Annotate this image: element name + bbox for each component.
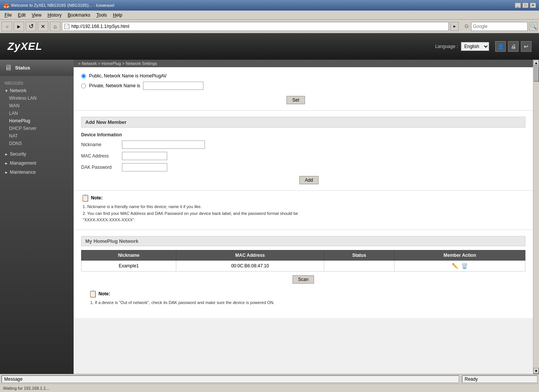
edit-icon[interactable]: ✏️ <box>452 263 458 269</box>
dak-row: DAK Password <box>81 163 525 171</box>
network-name-section: Public, Network Name is HomePlugAV Priva… <box>74 67 533 111</box>
content-area: 🖥 Status NBG318S ▼ Network Wireless LAN … <box>0 60 539 374</box>
private-network-radio[interactable] <box>81 83 86 88</box>
sidebar-item-management[interactable]: ► Management <box>0 159 74 167</box>
menu-tools[interactable]: Tools <box>93 12 110 19</box>
nickname-row: Nickname <box>81 140 525 149</box>
menu-history[interactable]: History <box>45 12 65 19</box>
search-engine-icon: G· <box>465 24 470 29</box>
print-icon[interactable]: 🖨 <box>508 41 519 52</box>
sidebar-item-dhcp-server[interactable]: DHCP Server <box>0 125 74 132</box>
browser-status-bar: Waiting for 192.168.1.1... <box>0 384 539 392</box>
logout-icon[interactable]: ↩ <box>521 41 531 52</box>
private-network-row: Private, Network Name is <box>81 82 525 90</box>
scroll-up-button[interactable]: ▲ <box>533 60 539 66</box>
menu-edit[interactable]: Edit <box>15 12 29 19</box>
cell-actions: ✏️ 🗑️ <box>394 260 525 271</box>
sidebar-item-ddns[interactable]: DDNS <box>0 140 74 147</box>
nickname-input[interactable] <box>122 140 205 149</box>
table-row: Example1 00:0C:B6:08:47:10 ✏️ 🗑️ <box>82 260 525 271</box>
maximize-button[interactable]: □ <box>522 3 528 8</box>
sidebar-item-nat[interactable]: NAT <box>0 132 74 140</box>
private-network-input[interactable] <box>143 82 203 90</box>
sidebar-item-lan[interactable]: LAN <box>0 110 74 117</box>
bottom-note-title: Note: <box>99 291 110 296</box>
note-line3: "XXXX-XXXX-XXXX-XXXX". <box>83 217 525 224</box>
public-network-row: Public, Network Name is HomePlugAV <box>81 73 525 79</box>
content-scroll[interactable]: Public, Network Name is HomePlugAV Priva… <box>74 67 533 374</box>
language-select[interactable]: English Chinese French German <box>461 42 489 51</box>
language-label: Language : <box>435 44 458 49</box>
action-icons: ✏️ 🗑️ <box>398 263 521 269</box>
breadcrumb: » Network > HomePlug > Network Settings <box>74 60 533 67</box>
search-button[interactable]: 🔍 <box>529 22 537 31</box>
sidebar-item-security[interactable]: ► Security <box>0 150 74 158</box>
sidebar-item-maintenance[interactable]: ► Maintenance <box>0 168 74 176</box>
sidebar-item-homeplug[interactable]: HomePlug <box>0 117 74 125</box>
bottom-note-line1: 1. If a device is "Out of network", chec… <box>90 299 518 306</box>
maintenance-label: Maintenance <box>10 170 36 175</box>
menu-view[interactable]: View <box>29 12 45 19</box>
status-label: Status <box>15 65 30 71</box>
mac-row: MAC Address <box>81 152 525 160</box>
set-button[interactable]: Set <box>286 96 305 104</box>
url-input[interactable] <box>71 24 447 29</box>
public-network-radio[interactable] <box>81 74 86 79</box>
my-network-section: My HomePlug Network Nickname MAC Address… <box>74 230 533 318</box>
dak-label: DAK Password <box>81 165 119 170</box>
security-arrow-icon: ► <box>5 152 8 156</box>
title-bar: 🦊 Welcome to ZyXEL NBG318S (NBG318S)... … <box>0 0 539 11</box>
sidebar-item-status[interactable]: 🖥 Status <box>0 60 74 76</box>
main-area: » Network > HomePlug > Network Settings … <box>74 60 539 374</box>
support-icon[interactable]: 👤 <box>495 41 506 52</box>
note-line1: 1. Nickname is a friendly name for this … <box>83 204 525 210</box>
dak-input[interactable] <box>122 163 167 171</box>
app-container: ZyXEL Language : English Chinese French … <box>0 33 539 384</box>
cell-nickname: Example1 <box>82 260 176 271</box>
minimize-button[interactable]: _ <box>515 3 521 8</box>
header-icons: 👤 🖨 ↩ <box>495 41 531 52</box>
cell-mac: 00:0C:B6:08:47:10 <box>176 260 324 271</box>
cell-status <box>324 260 394 271</box>
forward-button[interactable]: ► <box>14 22 24 31</box>
sidebar-item-wireless-lan[interactable]: Wireless LAN <box>0 94 74 102</box>
bottom-note-icon: 📋 <box>89 290 97 298</box>
close-button[interactable]: ✕ <box>530 3 536 8</box>
delete-icon[interactable]: 🗑️ <box>461 263 468 269</box>
browser-window: 🦊 Welcome to ZyXEL NBG318S (NBG318S)... … <box>0 0 539 392</box>
management-label: Management <box>10 161 36 166</box>
security-label: Security <box>10 151 26 157</box>
sidebar-item-network[interactable]: ▼ Network <box>0 87 74 94</box>
main-content: » Network > HomePlug > Network Settings … <box>74 60 533 374</box>
menu-file[interactable]: File <box>2 12 15 19</box>
window-title: Welcome to ZyXEL NBG318S (NBG318S)... - … <box>11 3 513 8</box>
menu-help[interactable]: Help <box>110 12 125 19</box>
scroll-thumb[interactable] <box>534 66 539 82</box>
search-input[interactable] <box>473 24 530 29</box>
device-label: NBG318S <box>0 79 74 87</box>
network-table: Nickname MAC Address Status Member Actio… <box>81 250 525 272</box>
note-header: 📋 Note: <box>81 194 525 202</box>
network-arrow-icon: ▼ <box>5 89 8 93</box>
bottom-note: 📋 Note: 1. If a device is "Out of networ… <box>81 287 525 312</box>
status-ready-area: Ready <box>462 375 537 383</box>
home-button[interactable]: ⌂ <box>50 22 60 31</box>
go-button[interactable]: ► <box>450 22 459 31</box>
note-title: Note: <box>91 195 103 201</box>
mac-input[interactable] <box>122 152 167 160</box>
public-network-label: Public, Network Name is HomePlugAV <box>89 73 166 79</box>
page-icon: 📄 <box>64 23 70 29</box>
management-arrow-icon: ► <box>5 161 8 165</box>
add-member-section: Add New Member Device Information Nickna… <box>74 111 533 191</box>
scroll-down-button[interactable]: ▼ <box>533 368 539 374</box>
network-label: Network <box>10 88 26 93</box>
menu-bar: File Edit View History Bookmarks Tools H… <box>0 11 539 20</box>
menu-bookmarks[interactable]: Bookmarks <box>65 12 93 19</box>
scan-button[interactable]: Scan <box>293 275 314 284</box>
reload-button[interactable]: ↺ <box>26 22 36 31</box>
back-button[interactable]: ◄ <box>2 22 12 31</box>
sidebar-item-wan[interactable]: WAN <box>0 102 74 110</box>
device-info-title: Device Information <box>81 132 525 137</box>
add-button[interactable]: Add <box>299 176 319 184</box>
stop-button[interactable]: ✕ <box>38 22 48 31</box>
